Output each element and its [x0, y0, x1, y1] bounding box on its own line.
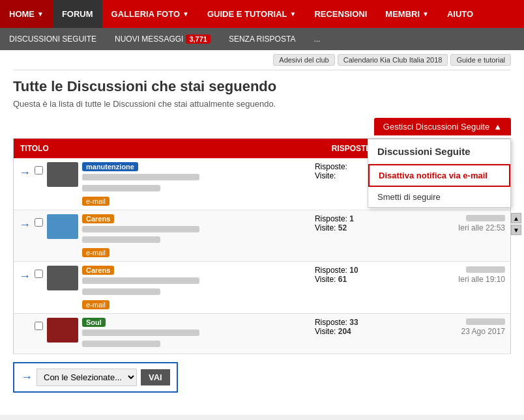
dropdown-title: Discussioni Seguite — [368, 139, 510, 164]
row-content: Carens e-mail — [82, 266, 304, 309]
row-title-text — [82, 225, 304, 247]
row-title-cell: → manutenzione e-mail — [14, 158, 310, 210]
top-nav: HOME ▼ FORUM GALLERIA FOTO ▼ GUIDE E TUT… — [0, 0, 524, 28]
nuovi-messaggi-badge: 3,771 — [186, 35, 211, 44]
title-blurred-2 — [82, 288, 160, 295]
page-subtitle: Questa è la lista di tutte le Discussion… — [13, 99, 511, 109]
quicklink-calendario[interactable]: Calendario Kia Club Italia 2018 — [338, 54, 448, 66]
gestisci-dropdown: Discussioni Seguite Disattiva notifica v… — [368, 139, 511, 208]
bottom-action-bar: → Con le Selezionate... VAI — [13, 362, 178, 393]
subnav-nuovi-messaggi[interactable]: NUOVI MESSAGGI 3,771 — [106, 28, 220, 50]
row-thumbnail — [47, 162, 78, 187]
col-titolo: TITOLO — [14, 139, 310, 159]
title-blurred — [82, 226, 199, 232]
nav-forum[interactable]: FORUM — [53, 0, 102, 28]
row-last: Ieri alle 22:53 — [421, 210, 510, 262]
row-visite — [393, 262, 421, 314]
title-blurred-2 — [82, 236, 160, 243]
row-title-text — [82, 276, 304, 298]
subnav-more[interactable]: ... — [304, 28, 329, 50]
row-thumbnail — [47, 266, 78, 290]
row-checkbox[interactable] — [35, 270, 43, 278]
subnav-discussioni-seguite[interactable]: DISCUSSIONI SEGUITE — [0, 28, 106, 50]
email-tag[interactable]: e-mail — [82, 300, 109, 309]
row-risposte: Risposte: 33 Visite: 204 — [310, 313, 393, 354]
nav-guide[interactable]: GUIDE E TUTORIAL ▼ — [198, 0, 305, 28]
row-checkbox[interactable] — [35, 322, 43, 330]
title-blurred — [82, 329, 199, 336]
dropdown-item-smetti[interactable]: Smetti di seguire — [368, 187, 510, 207]
table-row: → Soul Rispost — [14, 313, 511, 354]
nav-recensioni[interactable]: RECENSIONI — [305, 0, 376, 28]
page-title: Tutte le Discussioni che stai seguendo — [13, 78, 511, 95]
row-arrow-icon: → — [19, 218, 31, 232]
row-last: 23 Ago 2017 — [421, 313, 510, 354]
title-blurred-2 — [82, 341, 160, 347]
title-blurred — [82, 174, 199, 180]
row-risposte: Risposte: 10 Visite: 61 — [310, 262, 393, 314]
subnav-senza-risposta[interactable]: SENZA RISPOSTA — [220, 28, 304, 50]
row-visite — [393, 313, 421, 354]
row-title-cell: → Soul — [14, 313, 310, 354]
row-tag[interactable]: Carens — [82, 266, 114, 275]
gestisci-button[interactable]: Gestisci Discussioni Seguite ▲ — [374, 118, 511, 135]
row-tag[interactable]: Soul — [82, 318, 106, 327]
row-title-text — [82, 173, 304, 195]
title-blurred — [82, 277, 199, 284]
row-thumbnail — [47, 214, 78, 239]
nav-home-arrow: ▼ — [37, 10, 44, 18]
bottom-arrow-icon: → — [21, 371, 33, 384]
row-title-cell: → Carens e-mail — [14, 210, 310, 262]
row-tag[interactable]: Carens — [82, 214, 114, 223]
nav-membri[interactable]: MEMBRI ▼ — [376, 0, 438, 28]
nav-membri-arrow: ▼ — [422, 10, 429, 18]
row-tag[interactable]: manutenzione — [82, 162, 138, 171]
row-last: Ieri alle 19:10 — [421, 262, 510, 314]
email-tag[interactable]: e-mail — [82, 248, 109, 257]
nav-galleria-arrow: ▼ — [182, 10, 189, 18]
bulk-action-btn[interactable]: VAI — [141, 369, 170, 385]
row-risposte: Risposte: 1 Visite: 52 — [310, 210, 393, 262]
row-checkbox[interactable] — [35, 166, 43, 175]
nav-home[interactable]: HOME ▼ — [0, 0, 53, 28]
scrollbar: ▲ ▼ — [511, 213, 521, 235]
scroll-up-btn[interactable]: ▲ — [511, 213, 521, 223]
quicklink-adesivi[interactable]: Adesivi del club — [273, 54, 334, 66]
row-arrow-icon: → — [19, 270, 31, 283]
email-tag[interactable]: e-mail — [82, 197, 109, 206]
table-row: → Carens e-mail — [14, 210, 511, 262]
row-title-cell: → Carens e-mail — [14, 262, 310, 314]
row-content: manutenzione e-mail — [82, 162, 304, 206]
quicklink-guide[interactable]: Guide e tutorial — [450, 54, 511, 66]
nav-guide-arrow: ▼ — [289, 10, 296, 18]
gestisci-container: Gestisci Discussioni Seguite ▲ Discussio… — [13, 118, 511, 135]
row-title-text — [82, 328, 304, 350]
scroll-down-btn[interactable]: ▼ — [511, 225, 521, 235]
title-blurred-2 — [82, 185, 160, 191]
row-arrow-icon: → — [19, 166, 31, 180]
bulk-action-select[interactable]: Con le Selezionate... — [36, 369, 137, 386]
table-row: → Carens e-mail — [14, 262, 511, 314]
row-content: Soul — [82, 318, 304, 350]
row-visite — [393, 210, 421, 262]
quick-links: Adesivi del club Calendario Kia Club Ita… — [13, 50, 511, 70]
sub-nav: DISCUSSIONI SEGUITE NUOVI MESSAGGI 3,771… — [0, 28, 524, 50]
row-thumbnail — [47, 318, 78, 343]
gestisci-arrow-icon: ▲ — [493, 122, 502, 132]
row-content: Carens e-mail — [82, 214, 304, 258]
nav-galleria[interactable]: GALLERIA FOTO ▼ — [102, 0, 198, 28]
row-checkbox[interactable] — [35, 218, 43, 227]
dropdown-item-disattiva[interactable]: Disattiva notifica via e-mail — [368, 164, 510, 187]
content-area: Adesivi del club Calendario Kia Club Ita… — [0, 50, 524, 415]
nav-aiuto[interactable]: AIUTO — [438, 0, 482, 28]
